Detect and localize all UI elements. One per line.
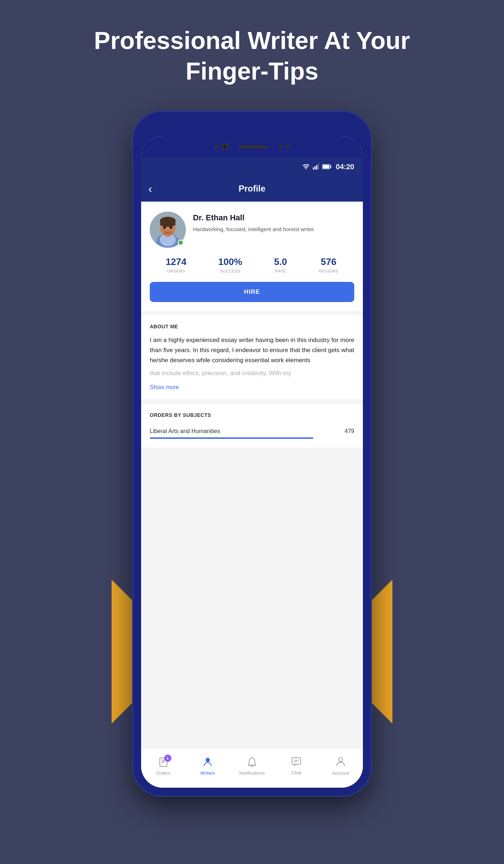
nav-item-writers[interactable]: Writers [185,757,230,776]
chat-icon [291,757,301,766]
volume-down-button [133,226,135,258]
profile-name: Dr. Ethan Hall [193,213,354,222]
svg-rect-6 [323,165,329,168]
nav-item-account[interactable]: Account [319,757,363,776]
stat-success: 100% SUCCESS [218,256,242,273]
stat-orders: 1274 ORDERS [166,256,186,273]
nav-label-notifications: Notifications [239,770,265,776]
orders-section-title: ORDERS BY SUBJECTS [150,412,354,418]
bottom-nav: 1 Orders Writers [141,748,363,788]
nav-label-writers: Writers [200,770,215,776]
stats-row: 1274 ORDERS 100% SUCCESS 5.0 RATE 576 [150,256,354,273]
account-icon [336,757,345,767]
writers-icon [202,757,213,767]
orders-section: ORDERS BY SUBJECTS Liberal Arts and Huma… [141,404,363,447]
nav-item-chat[interactable]: Chat [274,757,319,775]
subject-count: 479 [345,428,354,435]
volume-up-button [133,194,135,215]
nav-label-orders: Orders [156,770,171,776]
speaker-grille [239,145,268,148]
notifications-icon [247,757,257,767]
reviews-label: REVIEWS [319,269,338,273]
camera-area [215,144,289,150]
app-header: ‹ Profile [141,176,363,202]
stat-rate: 5.0 RATE [274,256,287,273]
about-title: ABOUT ME [150,324,354,329]
svg-rect-24 [292,758,301,764]
nav-icon-orders-wrapper: 1 [158,757,168,768]
header-title: Profile [239,184,266,194]
camera-sensor-3 [286,145,289,149]
headline-line2: Finger-Tips [185,57,318,85]
status-time: 04:20 [336,163,354,171]
svg-point-16 [170,226,172,229]
nav-icon-account-wrapper [336,757,345,768]
phone-mockup: 04:20 ‹ Profile [133,112,371,796]
nav-icon-chat-wrapper [291,757,301,768]
svg-point-17 [163,231,173,235]
svg-rect-3 [318,164,319,170]
wifi-icon [302,164,310,170]
headline-line1: Professional Writer At Your [94,27,410,54]
svg-point-27 [339,758,343,762]
svg-point-23 [251,765,253,767]
success-value: 100% [218,256,242,267]
about-text-faded: that include ethics, precision, and crea… [150,368,354,378]
phone-screen: 04:20 ‹ Profile [141,136,363,788]
nav-label-chat: Chat [291,770,301,775]
back-button[interactable]: ‹ [148,182,152,195]
nav-label-account: Account [332,770,349,776]
show-more-button[interactable]: Show more [150,384,354,391]
svg-point-22 [206,758,210,762]
camera-lens [222,144,228,150]
nav-icon-notifications-wrapper [247,757,257,768]
svg-point-14 [160,221,176,227]
profile-bio: Hardworking, focused, intelligent and ho… [193,225,354,234]
profile-card: Dr. Ethan Hall Hardworking, focused, int… [141,202,363,311]
rate-value: 5.0 [274,256,287,267]
orders-label: ORDERS [166,269,186,273]
stat-reviews: 576 REVIEWS [319,256,338,273]
phone-frame: 04:20 ‹ Profile [133,112,371,796]
orders-value: 1274 [166,256,186,267]
success-label: SUCCESS [218,269,242,273]
signal-icon [313,164,319,170]
camera-sensor-2 [279,145,282,149]
page-headline: Professional Writer At Your Finger-Tips [58,0,446,104]
svg-rect-5 [330,166,331,168]
phone-top-bar [141,136,363,158]
battery-icon [322,164,332,170]
subject-name: Liberal Arts and Humanities [150,428,220,435]
status-bar: 04:20 [141,158,363,176]
avatar-wrapper [150,212,186,248]
svg-point-15 [163,226,166,229]
reviews-value: 576 [319,256,338,267]
screen-content[interactable]: Dr. Ethan Hall Hardworking, focused, int… [141,202,363,748]
hire-button[interactable]: HIRE [150,282,354,302]
about-text-visible: I am a highly experienced essay writer h… [150,335,354,365]
svg-rect-2 [316,165,317,170]
svg-rect-1 [314,166,315,170]
profile-top: Dr. Ethan Hall Hardworking, focused, int… [150,212,354,248]
bixby-button [133,266,135,298]
rate-label: RATE [274,269,287,273]
nav-item-orders[interactable]: 1 Orders [141,757,185,776]
status-icons [302,164,332,170]
nav-icon-writers-wrapper [202,757,213,768]
online-indicator [178,240,184,246]
power-button [369,222,371,251]
subject-row: Liberal Arts and Humanities 479 [150,424,354,437]
nav-item-notifications[interactable]: Notifications [230,757,274,776]
orders-badge: 1 [164,755,171,762]
subject-bar [150,437,313,439]
about-section: ABOUT ME I am a highly experienced essay… [141,315,363,399]
profile-info: Dr. Ethan Hall Hardworking, focused, int… [193,212,354,234]
camera-sensor [215,145,218,149]
svg-rect-0 [313,167,314,170]
